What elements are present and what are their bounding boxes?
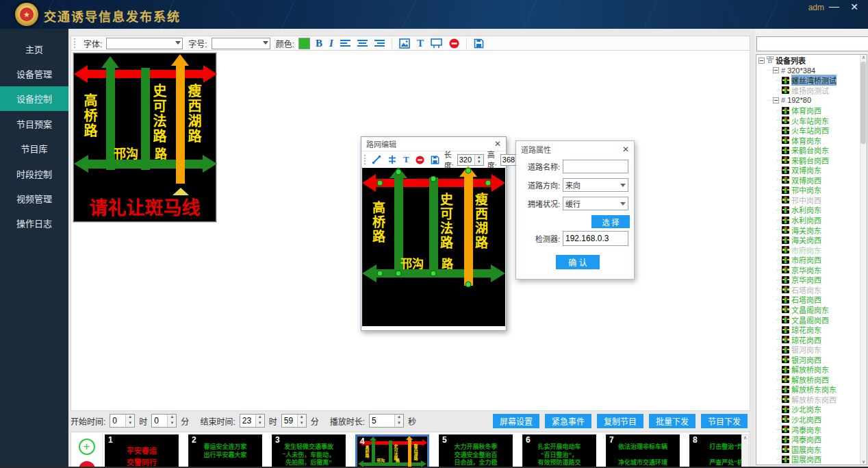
save-button[interactable] bbox=[429, 153, 441, 166]
sidebar-item[interactable]: 节目预案 bbox=[0, 111, 68, 136]
tree-leaf-row[interactable]: ⋯来鹤台岗西 bbox=[756, 155, 860, 165]
close-button[interactable]: ✕ bbox=[850, 1, 858, 12]
align-right-button[interactable] bbox=[373, 37, 386, 49]
schedule-action-button[interactable]: 批量下发 bbox=[649, 414, 695, 428]
edit-handle[interactable] bbox=[377, 180, 383, 186]
tree-leaf-row[interactable]: ⋯琼花岗东 bbox=[756, 325, 860, 335]
start-minute-input[interactable] bbox=[152, 415, 167, 427]
detector-input[interactable] bbox=[565, 234, 626, 243]
playlist-item[interactable]: 8打击整治“炸 严查严处“机 bbox=[689, 434, 741, 468]
congestion-select[interactable]: 缓行 bbox=[563, 197, 628, 210]
road-node-button[interactable] bbox=[386, 153, 398, 166]
scroll-down-icon[interactable]: ∨ bbox=[862, 459, 865, 465]
playlist-item[interactable]: 3发生轻微交通事故 “人未伤，车能动， 先拍照，后撤离” bbox=[272, 434, 346, 468]
sidebar-item[interactable]: 设备控制 bbox=[0, 86, 68, 111]
align-center-button[interactable] bbox=[356, 37, 369, 49]
tree-leaf-row[interactable]: ⋯来鹤台岗东 bbox=[756, 145, 860, 156]
length-spinner[interactable]: ▲▼ bbox=[457, 154, 484, 166]
sidebar-item[interactable]: 操作日志 bbox=[0, 211, 68, 236]
tree-leaf-row[interactable]: ⋯火车站岗西 bbox=[756, 125, 860, 136]
road-label-middle[interactable]: 史可法路 bbox=[439, 193, 452, 250]
spinner-arrows[interactable]: ▲▼ bbox=[255, 415, 264, 427]
road-name-field[interactable] bbox=[563, 160, 628, 173]
minimize-button[interactable]: — bbox=[829, 0, 839, 12]
tree-leaf-row[interactable]: ⋯银河岗东 bbox=[756, 345, 860, 355]
playlist-item[interactable]: 4 高桥路 史可法路 瘦西湖路 邗沟 路 请礼让斑马线 bbox=[355, 434, 429, 468]
tree-leaf-row[interactable]: ⋯琼花岗西 bbox=[756, 334, 860, 345]
tree-leaf-row[interactable]: ⋯鸿泰岗西 bbox=[756, 434, 860, 445]
tree-leaf-row[interactable]: ⋯火车站岗东 bbox=[756, 115, 860, 125]
schedule-action-button[interactable]: 屏幕设置 bbox=[493, 414, 539, 428]
collapse-icon[interactable] bbox=[773, 67, 779, 73]
save-button[interactable] bbox=[472, 37, 485, 49]
spinner-arrows[interactable]: ▲▼ bbox=[297, 415, 306, 427]
playlist-item[interactable]: 2春运安全连万家 出行平安靠大家 bbox=[188, 434, 262, 468]
search-input[interactable] bbox=[756, 36, 868, 51]
tree-leaf-row[interactable]: ⋯石塔岗西 bbox=[756, 295, 860, 305]
green-road-middle[interactable] bbox=[429, 177, 438, 273]
delete-button[interactable] bbox=[448, 37, 461, 49]
spinner-arrows[interactable]: ▲▼ bbox=[474, 155, 483, 165]
font-size-dropdown[interactable] bbox=[212, 38, 270, 49]
tree-leaf-row[interactable]: ⋯市府岗东 bbox=[756, 245, 860, 255]
bold-button[interactable]: B bbox=[314, 37, 324, 49]
scroll-up-icon[interactable]: ∧ bbox=[743, 435, 747, 441]
start-hour-spinner[interactable]: ▲▼ bbox=[110, 414, 135, 428]
delete-button[interactable] bbox=[414, 153, 426, 166]
remove-program-button[interactable]: − bbox=[79, 461, 95, 468]
tree-group-row[interactable]: ⋯#192*80 bbox=[756, 95, 860, 106]
confirm-button[interactable]: 确 认 bbox=[556, 255, 600, 269]
roadnet-editor-map[interactable]: 高桥路 史可法路 瘦西湖路 邗沟 路 bbox=[362, 168, 505, 326]
tree-group-row[interactable]: ⋯#320*384 bbox=[756, 66, 860, 76]
sidebar-item[interactable]: 主页 bbox=[0, 36, 68, 61]
close-icon[interactable]: ✕ bbox=[622, 145, 629, 154]
duration-spinner[interactable]: ▲▼ bbox=[369, 414, 404, 428]
schedule-action-button[interactable]: 紧急事件 bbox=[545, 414, 591, 428]
close-icon[interactable]: ✕ bbox=[494, 139, 501, 149]
tree-leaf-row[interactable]: ⋯沙北岗东 bbox=[756, 404, 860, 415]
edit-handle[interactable] bbox=[465, 168, 472, 174]
start-hour-input[interactable] bbox=[110, 415, 125, 427]
edit-handle[interactable] bbox=[431, 271, 437, 277]
sidebar-item[interactable]: 时段控制 bbox=[0, 161, 68, 186]
tree-leaf-row[interactable]: ⋯国展岗东 bbox=[756, 444, 860, 454]
tree-leaf-row[interactable]: ⋯京华岗西 bbox=[756, 275, 860, 285]
draw-road-button[interactable] bbox=[370, 153, 383, 166]
edit-handle[interactable] bbox=[396, 169, 402, 175]
playlist-item[interactable]: 6扎实开展电动车 “百日整治”， 有效预防道路交 通事故。 bbox=[522, 434, 596, 468]
tree-leaf-row[interactable]: ⋯国展岗西 bbox=[756, 454, 860, 465]
text-tool-button[interactable]: T bbox=[416, 37, 425, 49]
led-panel-button[interactable] bbox=[429, 37, 444, 49]
edit-handle[interactable] bbox=[465, 282, 472, 288]
align-left-button[interactable] bbox=[339, 37, 352, 49]
tree-leaf-row[interactable]: ⋯海关岗东 bbox=[756, 225, 860, 235]
sidebar-item[interactable]: 节目库 bbox=[0, 136, 68, 161]
road-direction-select[interactable]: 来向 bbox=[563, 178, 628, 192]
road-label-right[interactable]: 瘦西湖路 bbox=[474, 193, 487, 250]
road-name-input[interactable] bbox=[565, 162, 626, 171]
add-program-button[interactable]: + bbox=[79, 439, 95, 455]
italic-button[interactable]: I bbox=[328, 37, 335, 49]
spinner-arrows[interactable]: ▲▼ bbox=[167, 415, 176, 427]
end-minute-spinner[interactable]: ▲▼ bbox=[281, 414, 307, 428]
playlist-item[interactable]: 7依法治理非标车辆 净化城市交通环境 bbox=[606, 434, 680, 468]
tree-leaf-row[interactable]: ⋯京华岗东 bbox=[756, 264, 860, 275]
tree-leaf-row[interactable]: ⋯解放桥东岗西 bbox=[756, 395, 860, 405]
playlist-item[interactable]: 5大力开展秋冬季 交通安全整治百 日会战，全力稳 定道路交通安全 形势！ bbox=[439, 434, 513, 468]
playlist-vertical-scrollbar[interactable]: ∧ ∨ bbox=[741, 434, 749, 468]
collapse-icon[interactable] bbox=[773, 97, 779, 103]
tree-leaf-row[interactable]: ⋯海关岗西 bbox=[756, 235, 860, 245]
tree-root-row[interactable]: 设备列表 bbox=[756, 56, 860, 66]
tree-leaf-row[interactable]: ⋯解放桥东岗东 bbox=[756, 384, 860, 395]
scrollbar-thumb[interactable] bbox=[860, 62, 866, 144]
dialog-titlebar[interactable]: 道路属性 ✕ bbox=[516, 141, 634, 158]
tree-leaf-row[interactable]: ⋯水利岗西 bbox=[756, 215, 860, 225]
tree-leaf-row[interactable]: ⋯石塔岗东 bbox=[756, 285, 860, 295]
dialog-titlebar[interactable]: 路网编辑 ✕ bbox=[361, 137, 506, 151]
tree-leaf-row[interactable]: ⋯邗中岗东 bbox=[756, 185, 860, 195]
tree-leaf-row[interactable]: ⋯水利岗东 bbox=[756, 205, 860, 215]
edit-handle[interactable] bbox=[396, 271, 402, 277]
insert-image-button[interactable] bbox=[398, 37, 411, 49]
spinner-arrows[interactable]: ▲▼ bbox=[125, 415, 134, 427]
tree-leaf-row[interactable]: ⋯解放桥岗西 bbox=[756, 375, 860, 385]
